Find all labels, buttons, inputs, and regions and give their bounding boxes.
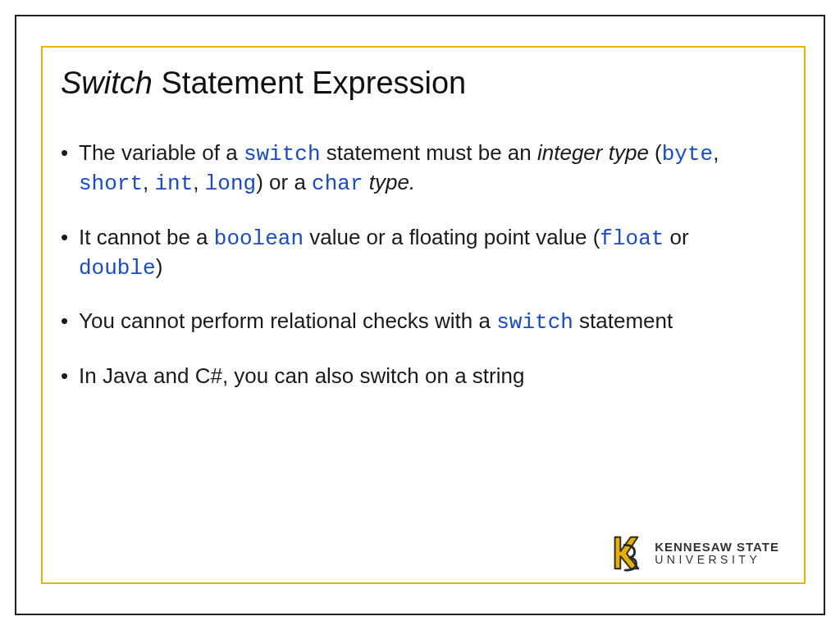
bullet-item: The variable of a switch statement must … <box>61 139 774 199</box>
code-keyword: char <box>312 171 363 196</box>
logo-line1: KENNESAW STATE <box>655 541 779 554</box>
slide-title: Switch Statement Expression <box>61 66 774 101</box>
bullet-text: The variable of a <box>79 140 244 165</box>
bullet-text: statement must be an <box>321 140 537 165</box>
logo-line2: UNIVERSITY <box>655 554 779 566</box>
code-keyword: byte <box>662 142 713 167</box>
code-keyword: float <box>600 226 664 251</box>
bullet-text: or <box>664 225 688 249</box>
bullet-item: You cannot perform relational checks wit… <box>61 307 774 336</box>
code-keyword: double <box>79 256 156 281</box>
ks-monogram-icon <box>607 533 646 573</box>
bullet-text: , <box>143 170 154 194</box>
code-keyword: int <box>154 171 193 196</box>
bullet-list: The variable of a switch statement must … <box>61 139 774 390</box>
bullet-text: , <box>193 170 204 194</box>
slide-outer-frame: Switch Statement Expression The variable… <box>15 15 825 615</box>
bullet-text: ) <box>156 254 163 279</box>
italic-text: type. <box>369 170 415 194</box>
bullet-text <box>363 170 369 194</box>
bullet-text: It cannot be a <box>79 225 214 249</box>
code-keyword: long <box>205 171 256 196</box>
bullet-text: In Java and C#, you can also switch on a… <box>79 363 524 388</box>
bullet-text: statement <box>573 308 673 333</box>
bullet-text: ) or a <box>256 170 312 194</box>
italic-text: integer type <box>537 140 649 165</box>
logo-text: KENNESAW STATE UNIVERSITY <box>655 541 779 565</box>
code-keyword: switch <box>244 142 321 167</box>
code-keyword: boolean <box>214 226 304 251</box>
university-logo: KENNESAW STATE UNIVERSITY <box>607 533 779 573</box>
bullet-text: value or a floating point value ( <box>304 225 600 249</box>
bullet-text: ( <box>649 140 662 165</box>
bullet-item: In Java and C#, you can also switch on a… <box>61 362 774 390</box>
title-rest: Statement Expression <box>153 66 466 100</box>
bullet-item: It cannot be a boolean value or a floati… <box>61 223 774 283</box>
bullet-text: You cannot perform relational checks wit… <box>79 308 496 333</box>
slide-content: Switch Statement Expression The variable… <box>66 66 774 540</box>
bullet-text: , <box>713 140 719 165</box>
title-italic: Switch <box>61 66 153 100</box>
code-keyword: switch <box>496 310 573 335</box>
code-keyword: short <box>79 171 143 196</box>
